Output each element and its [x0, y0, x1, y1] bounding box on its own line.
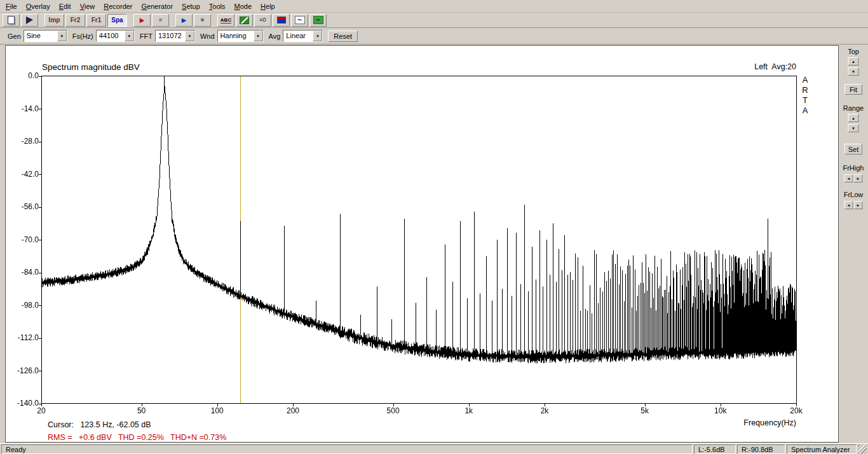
x-tick-label: 100: [201, 406, 233, 415]
x-axis-title: Frequency(Hz): [726, 418, 796, 427]
sine-generator-button[interactable]: ~: [291, 14, 308, 27]
control-bar: Gen Sine ▼ Fs(Hz) 44100 ▼ FFT 131072 ▼ W…: [0, 28, 868, 45]
wnd-label: Wnd: [200, 32, 215, 40]
left-arrow-icon: ◄: [847, 177, 851, 181]
menu-recorder[interactable]: Recorder: [99, 1, 137, 12]
fft-select[interactable]: 131072 ▼: [155, 30, 195, 42]
main-area: Spectrum magnitude dBV Left Avg:20 ARTA …: [0, 45, 868, 443]
range-down-button[interactable]: ▼: [848, 124, 859, 132]
avg-value: Linear: [283, 31, 313, 41]
record-button[interactable]: ▶: [133, 14, 151, 27]
menu-tools[interactable]: Tools: [205, 1, 230, 12]
labels-button[interactable]: ABC: [217, 14, 234, 27]
overlay-pen-icon: [26, 17, 33, 24]
fs-value: 44100: [97, 31, 125, 41]
new-file-button[interactable]: [3, 14, 20, 27]
frlow-label: FrLow: [839, 191, 868, 198]
x-tick-label: 2k: [529, 406, 560, 415]
wnd-dropdown-icon[interactable]: ▼: [254, 31, 263, 41]
sine-wave-icon: ~: [295, 16, 305, 24]
resize-grip[interactable]: [858, 444, 867, 454]
menu-view[interactable]: View: [76, 1, 100, 12]
menu-edit[interactable]: Edit: [55, 1, 76, 12]
calibration-icon: ≡0: [259, 17, 266, 23]
left-arrow-icon: ◄: [847, 203, 851, 207]
fft-dropdown-icon[interactable]: ▼: [185, 31, 194, 41]
frhigh-right-button[interactable]: ►: [854, 174, 863, 182]
y-tick-label: 0.0: [7, 71, 39, 80]
status-mode: Spectrum Analyzer: [787, 444, 857, 454]
x-tick-label: 5k: [629, 406, 661, 415]
spectrum-plot-panel: Spectrum magnitude dBV Left Avg:20 ARTA …: [5, 45, 839, 443]
menu-generator[interactable]: Generator: [137, 1, 178, 12]
avg-select[interactable]: Linear ▼: [283, 30, 323, 42]
reset-button[interactable]: Reset: [328, 31, 358, 42]
new-file-icon: [8, 16, 15, 24]
gen-select[interactable]: Sine ▼: [24, 30, 67, 42]
status-ready: Ready: [1, 444, 693, 454]
spectrum-plot-canvas[interactable]: [37, 76, 800, 407]
fs-select[interactable]: 44100 ▼: [96, 30, 135, 42]
calibration-button[interactable]: ≡0: [254, 14, 271, 27]
gen-dropdown-icon[interactable]: ▼: [57, 31, 67, 41]
top-down-button[interactable]: ▼: [848, 67, 859, 76]
fr2-mode-button[interactable]: Fr2: [65, 14, 85, 27]
x-tick-label: 1k: [453, 406, 485, 415]
level-meter-icon: [277, 17, 286, 24]
scaling-button[interactable]: [236, 14, 253, 27]
wnd-value: Hanning: [218, 31, 254, 41]
menu-setup[interactable]: Setup: [177, 1, 205, 12]
impulse-mode-button[interactable]: Imp: [44, 14, 64, 27]
status-right-level: R:-90.8dB: [737, 444, 785, 454]
menu-bar: File Overlay Edit View Recorder Generato…: [0, 0, 868, 13]
status-left-level: L:-5.6dB: [694, 444, 736, 454]
status-bar: Ready L:-5.6dB R:-90.8dB Spectrum Analyz…: [0, 443, 868, 454]
level-meter-button[interactable]: [273, 14, 290, 27]
arta-window: File Overlay Edit View Recorder Generato…: [0, 0, 868, 454]
y-tick-label: -126.0: [7, 366, 39, 375]
frlow-right-button[interactable]: ►: [854, 201, 863, 209]
down-arrow-icon: ▼: [851, 127, 855, 130]
fr1-mode-button[interactable]: Fr1: [86, 14, 106, 27]
menu-help[interactable]: Help: [256, 1, 280, 12]
toolbar: Imp Fr2 Fr1 Spa ▶ ■ ▶ ■ ABC ≡0 ~ ~: [0, 13, 868, 28]
fs-dropdown-icon[interactable]: ▼: [125, 31, 134, 41]
signal-generator-icon: ~: [313, 16, 323, 24]
wnd-select[interactable]: Hanning ▼: [217, 30, 264, 42]
right-arrow-icon: ►: [857, 203, 860, 207]
top-up-button[interactable]: ▲: [848, 57, 859, 65]
rms-thd-readout: RMS = +0.6 dBV THD =0.25% THD+N =0.73%: [48, 433, 226, 442]
y-tick-label: -84.0: [7, 268, 39, 277]
frlow-left-button[interactable]: ◄: [844, 201, 853, 209]
cursor-readout: Cursor: 123.5 Hz, -62.05 dB: [48, 420, 151, 429]
menu-overlay[interactable]: Overlay: [22, 1, 55, 12]
top-label: Top: [839, 48, 868, 55]
set-button[interactable]: Set: [844, 144, 862, 155]
y-tick-label: -14.0: [7, 104, 39, 113]
up-arrow-icon: ▲: [851, 60, 855, 64]
avg-label: Avg: [269, 32, 281, 40]
gen-label: Gen: [8, 32, 21, 40]
range-up-button[interactable]: ▲: [848, 114, 859, 122]
x-tick-label: 10k: [705, 406, 736, 415]
signal-generator-button[interactable]: ~: [309, 14, 327, 27]
x-tick-label: 200: [277, 406, 309, 415]
fft-label: FFT: [140, 32, 153, 40]
play-stop-button[interactable]: ■: [194, 14, 211, 27]
menu-mode[interactable]: Mode: [230, 1, 257, 12]
overlay-manager-button[interactable]: [21, 14, 38, 27]
frhigh-left-button[interactable]: ◄: [844, 174, 853, 182]
record-icon: ▶: [140, 17, 145, 24]
record-stop-button[interactable]: ■: [152, 14, 169, 27]
plot-control-panel: Top ▲ ▼ Fit Range ▲ ▼ Set FrHigh ◄ ► FrL…: [839, 45, 868, 443]
spectrum-mode-button[interactable]: Spa: [107, 14, 127, 27]
play-button[interactable]: ▶: [175, 14, 193, 27]
fit-button[interactable]: Fit: [844, 84, 862, 95]
up-arrow-icon: ▲: [851, 116, 855, 120]
x-tick-label: 50: [126, 406, 158, 415]
menu-file[interactable]: File: [1, 1, 22, 12]
frhigh-spinners: ◄ ►: [844, 174, 863, 182]
range-label: Range: [839, 104, 868, 112]
x-tick-label: 20: [25, 406, 57, 415]
avg-dropdown-icon[interactable]: ▼: [313, 31, 322, 41]
